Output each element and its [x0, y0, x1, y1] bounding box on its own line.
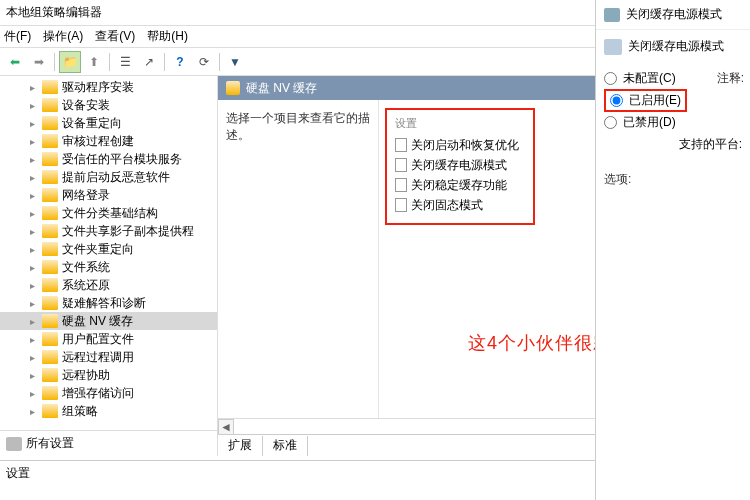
tree-item-label: 系统还原 — [62, 277, 116, 294]
nav-tree[interactable]: ▸驱动程序安装▸设备安装▸设备重定向▸审核过程创建▸受信任的平台模块服务▸提前启… — [0, 76, 217, 430]
tree-item[interactable]: ▸远程过程调用 — [0, 348, 217, 366]
folder-icon — [42, 152, 58, 166]
menu-help[interactable]: 帮助(H) — [147, 28, 188, 45]
tree-item-label: 文件系统 — [62, 259, 116, 276]
expand-icon[interactable]: ▸ — [26, 406, 38, 417]
tree-item-label: 硬盘 NV 缓存 — [62, 313, 139, 330]
folder-icon — [42, 404, 58, 418]
tree-item[interactable]: ▸疑难解答和诊断 — [0, 294, 217, 312]
tree-item-label: 增强存储访问 — [62, 385, 140, 402]
expand-icon[interactable]: ▸ — [26, 388, 38, 399]
list-button[interactable] — [114, 51, 136, 73]
tab-standard[interactable]: 标准 — [263, 436, 308, 456]
show-tree-button[interactable] — [59, 51, 81, 73]
tree-item[interactable]: ▸审核过程创建 — [0, 132, 217, 150]
expand-icon[interactable]: ▸ — [26, 136, 38, 147]
radio-label: 已启用(E) — [629, 92, 681, 109]
tree-item-label: 受信任的平台模块服务 — [62, 151, 188, 168]
tree-item[interactable]: ▸硬盘 NV 缓存 — [0, 312, 217, 330]
tree-item[interactable]: ▸远程协助 — [0, 366, 217, 384]
folder-icon — [42, 332, 58, 346]
doc-icon — [395, 178, 407, 192]
policy-icon — [604, 39, 622, 55]
tab-extended[interactable]: 扩展 — [218, 436, 263, 456]
properties-title-label: 关闭缓存电源模式 — [626, 6, 722, 23]
expand-icon[interactable]: ▸ — [26, 334, 38, 345]
statusbar: 设置 — [0, 460, 595, 484]
state-options: 未配置(C) 注释: 已启用(E) 已禁用(D) 支持的平台: — [596, 63, 750, 159]
expand-icon[interactable]: ▸ — [26, 316, 38, 327]
expand-icon[interactable]: ▸ — [26, 370, 38, 381]
expand-icon[interactable]: ▸ — [26, 190, 38, 201]
refresh-button[interactable] — [193, 51, 215, 73]
menu-action[interactable]: 操作(A) — [43, 28, 83, 45]
folder-icon — [42, 278, 58, 292]
tree-item[interactable]: ▸文件共享影子副本提供程 — [0, 222, 217, 240]
tree-item-label: 组策略 — [62, 403, 104, 420]
tree-item[interactable]: ▸组策略 — [0, 402, 217, 420]
radio-disabled[interactable]: 已禁用(D) — [604, 111, 742, 133]
folder-icon — [42, 134, 58, 148]
scroll-left-icon[interactable]: ◄ — [218, 419, 234, 435]
expand-icon[interactable]: ▸ — [26, 226, 38, 237]
tree-pane: ▸驱动程序安装▸设备安装▸设备重定向▸审核过程创建▸受信任的平台模块服务▸提前启… — [0, 76, 218, 456]
tree-item-label: 提前启动反恶意软件 — [62, 169, 176, 186]
expand-icon[interactable]: ▸ — [26, 298, 38, 309]
tree-item-label: 文件共享影子副本提供程 — [62, 223, 200, 240]
radio-input[interactable] — [604, 116, 617, 129]
expand-icon[interactable]: ▸ — [26, 262, 38, 273]
expand-icon[interactable]: ▸ — [26, 100, 38, 111]
tree-item[interactable]: ▸驱动程序安装 — [0, 78, 217, 96]
tree-item[interactable]: ▸设备安装 — [0, 96, 217, 114]
folder-icon — [42, 242, 58, 256]
tree-footer[interactable]: 所有设置 — [0, 430, 217, 456]
setting-item[interactable]: 关闭稳定缓存功能 — [395, 175, 525, 195]
description-text: 选择一个项目来查看它的描述。 — [226, 111, 370, 142]
radio-notconfigured[interactable]: 未配置(C) 注释: — [604, 67, 742, 89]
forward-button[interactable] — [28, 51, 50, 73]
tree-item[interactable]: ▸增强存储访问 — [0, 384, 217, 402]
expand-icon[interactable]: ▸ — [26, 154, 38, 165]
up-button[interactable] — [83, 51, 105, 73]
expand-icon[interactable]: ▸ — [26, 172, 38, 183]
tree-item[interactable]: ▸网络登录 — [0, 186, 217, 204]
radio-input[interactable] — [610, 94, 623, 107]
back-button[interactable] — [4, 51, 26, 73]
tree-item[interactable]: ▸文件夹重定向 — [0, 240, 217, 258]
tree-item[interactable]: ▸用户配置文件 — [0, 330, 217, 348]
setting-item[interactable]: 关闭缓存电源模式 — [395, 155, 525, 175]
radio-input[interactable] — [604, 72, 617, 85]
tree-item-label: 设备重定向 — [62, 115, 128, 132]
tree-item[interactable]: ▸受信任的平台模块服务 — [0, 150, 217, 168]
comment-label: 注释: — [717, 70, 744, 87]
divider — [164, 53, 165, 71]
properties-subtitle-label: 关闭缓存电源模式 — [628, 38, 724, 55]
folder-icon — [42, 206, 58, 220]
tree-item-label: 疑难解答和诊断 — [62, 295, 152, 312]
filter-button[interactable] — [224, 51, 246, 73]
expand-icon[interactable]: ▸ — [26, 352, 38, 363]
center-header-title: 硬盘 NV 缓存 — [246, 80, 317, 97]
settings-icon — [6, 437, 22, 451]
tree-footer-label: 所有设置 — [26, 435, 74, 452]
tree-item[interactable]: ▸文件分类基础结构 — [0, 204, 217, 222]
tree-item-label: 审核过程创建 — [62, 133, 140, 150]
tree-item[interactable]: ▸系统还原 — [0, 276, 217, 294]
setting-item[interactable]: 关闭启动和恢复优化 — [395, 135, 525, 155]
tree-item[interactable]: ▸设备重定向 — [0, 114, 217, 132]
menu-view[interactable]: 查看(V) — [95, 28, 135, 45]
help-button[interactable] — [169, 51, 191, 73]
setting-item[interactable]: 关闭固态模式 — [395, 195, 525, 215]
expand-icon[interactable]: ▸ — [26, 244, 38, 255]
menu-file[interactable]: 件(F) — [4, 28, 31, 45]
export-button[interactable] — [138, 51, 160, 73]
expand-icon[interactable]: ▸ — [26, 208, 38, 219]
expand-icon[interactable]: ▸ — [26, 118, 38, 129]
expand-icon[interactable]: ▸ — [26, 280, 38, 291]
tree-item[interactable]: ▸文件系统 — [0, 258, 217, 276]
tree-item[interactable]: ▸提前启动反恶意软件 — [0, 168, 217, 186]
folder-icon — [42, 296, 58, 310]
properties-pane: 关闭缓存电源模式 关闭缓存电源模式 未配置(C) 注释: 已启用(E) 已禁用(… — [595, 0, 750, 500]
expand-icon[interactable]: ▸ — [26, 82, 38, 93]
folder-icon — [42, 170, 58, 184]
